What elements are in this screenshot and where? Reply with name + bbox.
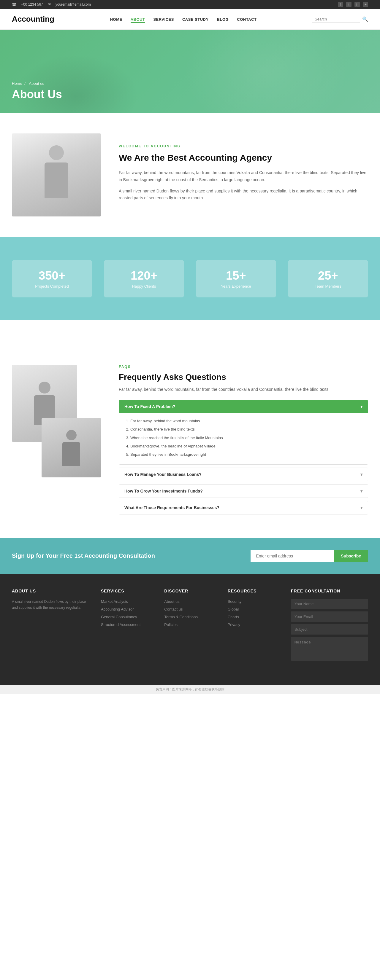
stat-card-0: 350+ Projects Completed — [12, 260, 92, 298]
nav-services[interactable]: SERVICES — [153, 17, 174, 22]
footer-discover-3[interactable]: Policies — [164, 622, 216, 627]
search-input[interactable] — [312, 16, 360, 23]
nav-links: HOME ABOUT SERVICES CASE STUDY BLOG CONT… — [110, 17, 257, 22]
footer-discover-title: DISCOVER — [164, 589, 216, 593]
footer-discover-0[interactable]: About us — [164, 599, 216, 604]
faq-person-2 — [62, 430, 80, 466]
teal-stats-section: 350+ Projects Completed 120+ Happy Clien… — [0, 237, 380, 320]
footer-service-2[interactable]: General Consultancy — [101, 614, 152, 619]
chevron-icon-0: ▾ — [361, 404, 362, 409]
footer-subject-input[interactable] — [291, 624, 368, 635]
accordion-question-1: How To Manage Your Business Loans? — [125, 472, 201, 477]
faq-img-overlay-inner — [42, 418, 101, 477]
nav-home[interactable]: HOME — [110, 17, 122, 22]
stat-card-1: 120+ Happy Clients — [104, 260, 184, 298]
nav-case-study[interactable]: CASE STUDY — [182, 17, 209, 22]
chevron-icon-3: ▾ — [361, 505, 362, 510]
site-logo[interactable]: Accounting — [12, 14, 54, 24]
footer-about-text: A small river named Duden flows by their… — [12, 599, 89, 611]
twitter-icon[interactable]: t — [346, 2, 351, 7]
subscribe-button[interactable]: Subscribe — [334, 550, 368, 562]
nav-blog[interactable]: BLOG — [217, 17, 229, 22]
footer-resource-3[interactable]: Privacy — [228, 622, 279, 627]
about-tagline: WELCOME TO ACCOUNTING — [119, 144, 368, 148]
nav-about[interactable]: ABOUT — [131, 17, 145, 22]
navbar: Accounting HOME ABOUT SERVICES CASE STUD… — [0, 9, 380, 30]
person-silhouette — [38, 145, 74, 205]
stat-label-3: Team Members — [294, 284, 362, 288]
footer-resource-1[interactable]: Global — [228, 606, 279, 612]
stat-card-3: 25+ Team Members — [288, 260, 368, 298]
accordion-header-1[interactable]: How To Manage Your Business Loans? ▾ — [119, 468, 368, 481]
accordion-header-3[interactable]: What Are Those Requirements For Business… — [119, 501, 368, 514]
stat-label-2: Years Experience — [202, 284, 270, 288]
footer-service-3[interactable]: Structured Assessment — [101, 622, 152, 627]
faq-image-container — [12, 365, 101, 477]
footer-consultation-form — [291, 599, 368, 664]
faq-tagline: FAQS — [119, 365, 368, 369]
about-heading: We Are the Best Accounting Agency — [119, 152, 368, 163]
footer-service-1[interactable]: Accounting Advisor — [101, 606, 152, 612]
watermark-text: 免责声明：图片来源网络，如有侵权请联系删除 — [156, 687, 224, 692]
accordion-question-2: How To Grow Your Investments Funds? — [125, 488, 203, 493]
footer: ABOUT US A small river named Duden flows… — [0, 574, 380, 685]
accordion-list-item-0-4: Separated they live in Bookmarksgrove ri… — [130, 451, 362, 458]
person-body — [45, 162, 68, 198]
breadcrumb-separator: / — [24, 81, 26, 86]
about-image-inner — [12, 134, 101, 216]
footer-service-0[interactable]: Market Analysis — [101, 599, 152, 604]
faq-description: Far far away, behind the word mountains,… — [119, 386, 368, 393]
accordion-item-1: How To Manage Your Business Loans? ▾ — [119, 468, 368, 481]
watermark-bar: 免责声明：图片来源网络，如有侵权请联系删除 — [0, 685, 380, 694]
footer-discover-links: About us Contact us Terms & Conditions P… — [164, 599, 216, 627]
facebook-icon[interactable]: f — [338, 2, 343, 7]
footer-discover-col: DISCOVER About us Contact us Terms & Con… — [164, 589, 216, 664]
search-icon[interactable]: 🔍 — [362, 16, 368, 22]
stat-label-1: Happy Clients — [110, 284, 178, 288]
accordion-header-0[interactable]: How To Fixed A Problem? ▾ — [119, 400, 368, 413]
stat-number-1: 120+ — [110, 269, 178, 282]
accordion-question-3: What Are Those Requirements For Business… — [125, 505, 219, 510]
footer-message-input[interactable] — [291, 637, 368, 661]
social-icons: f t in ★ — [338, 2, 368, 7]
footer-email-input[interactable] — [291, 611, 368, 622]
footer-resource-0[interactable]: Security — [228, 599, 279, 604]
about-section: WELCOME TO ACCOUNTING We Are the Best Ac… — [0, 113, 380, 237]
footer-name-input[interactable] — [291, 599, 368, 609]
newsletter-section: Sign Up for Your Free 1st Accounting Con… — [0, 538, 380, 574]
about-text-2: A small river named Duden flows by their… — [119, 188, 368, 202]
email-icon: ✉ — [48, 2, 51, 6]
person-head — [49, 145, 64, 160]
faq-head-1 — [38, 382, 51, 393]
footer-consultation-title: FREE CONSULTATION — [291, 589, 368, 593]
stat-card-2: 15+ Years Experience — [196, 260, 276, 298]
stat-number-0: 350+ — [18, 269, 86, 282]
accordion-header-2[interactable]: How To Grow Your Investments Funds? ▾ — [119, 485, 368, 498]
hero-banner: Home / About us About Us — [0, 30, 380, 113]
phone-number: +00 1234 567 — [21, 2, 43, 6]
chevron-icon-2: ▾ — [361, 488, 362, 493]
accordion-list-item-0-1: Consonantia, there live the blind texts — [130, 426, 362, 433]
stats-container: 350+ Projects Completed 120+ Happy Clien… — [12, 260, 368, 298]
faq-heading: Frequently Asks Questions — [119, 372, 368, 382]
footer-about-title: ABOUT US — [12, 589, 89, 593]
other-social-icon[interactable]: ★ — [363, 2, 368, 7]
stat-number-3: 25+ — [294, 269, 362, 282]
about-text-1: Far far away, behind the word mountains,… — [119, 169, 368, 183]
breadcrumb-home-link[interactable]: Home — [12, 81, 22, 86]
stat-label-0: Projects Completed — [18, 284, 86, 288]
footer-discover-2[interactable]: Terms & Conditions — [164, 614, 216, 619]
nav-search-area: 🔍 — [312, 16, 368, 23]
instagram-icon[interactable]: in — [354, 2, 360, 7]
newsletter-email-input[interactable] — [251, 550, 334, 562]
footer-resource-2[interactable]: Charts — [228, 614, 279, 619]
footer-consultation-col: FREE CONSULTATION — [291, 589, 368, 664]
accordion-item-2: How To Grow Your Investments Funds? ▾ — [119, 484, 368, 498]
footer-resources-links: Security Global Charts Privacy — [228, 599, 279, 627]
accordion-question-0: How To Fixed A Problem? — [125, 404, 175, 409]
stat-number-2: 15+ — [202, 269, 270, 282]
footer-services-col: SERVICES Market Analysis Accounting Advi… — [101, 589, 152, 664]
nav-contact[interactable]: CONTACT — [237, 17, 257, 22]
faq-section: FAQS Frequently Asks Questions Far far a… — [0, 344, 380, 538]
footer-discover-1[interactable]: Contact us — [164, 606, 216, 612]
